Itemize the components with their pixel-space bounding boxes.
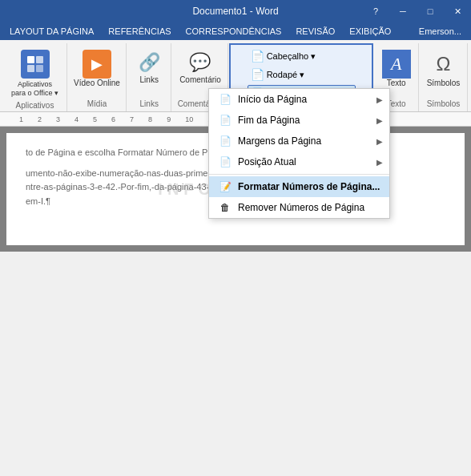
ribbon-group-links: 🔗 Links Links: [127, 43, 171, 111]
rodape-icon: 📄: [251, 68, 264, 81]
close-button[interactable]: ✕: [444, 0, 471, 22]
inicio-arrow: ▶: [376, 95, 383, 104]
dropdown-inicio-pagina[interactable]: 📄 Início da Página ▶: [209, 89, 389, 110]
margens-arrow: ▶: [376, 137, 383, 146]
aplicativos-group-label: Aplicativos: [16, 101, 54, 111]
menu-revisao[interactable]: REVISÃO: [289, 25, 341, 38]
fim-arrow: ▶: [376, 116, 383, 125]
ribbon: Aplicativos para o Office ▾ Aplicativos …: [0, 40, 471, 112]
menu-correspondencias[interactable]: CORRESPONDÊNCIAS: [179, 25, 288, 38]
links-group-label: Links: [140, 99, 159, 110]
dropdown-separator: [209, 174, 389, 175]
menu-bar: LAYOUT DA PÁGINA REFERÊNCIAS CORRESPONDÊ…: [0, 22, 471, 40]
aplicativos-button[interactable]: Aplicativos para o Office ▾: [6, 46, 63, 101]
dropdown-fim-pagina[interactable]: 📄 Fim da Página ▶: [209, 110, 389, 131]
video-online-button[interactable]: ▶ Vídeo Online: [69, 46, 125, 91]
comment-icon: 💬: [187, 50, 213, 75]
rodape-label: Rodapé ▾: [267, 70, 305, 80]
texto-label: Texto: [387, 79, 406, 87]
inicio-icon: 📄: [219, 93, 231, 106]
window-controls: ? ─ □ ✕: [362, 0, 471, 22]
ribbon-group-aplicativos: Aplicativos para o Office ▾ Aplicativos: [3, 43, 67, 111]
video-icon: ▶: [83, 50, 111, 79]
menu-exibicao[interactable]: EXIBIÇÃO: [343, 25, 397, 38]
posicao-icon: 📄: [219, 155, 231, 168]
menu-referencias[interactable]: REFERÊNCIAS: [102, 25, 177, 38]
cabecalho-icon: 📄: [251, 50, 264, 63]
user-menu[interactable]: Emerson...: [413, 25, 468, 38]
simbolos-button[interactable]: Ω Símbolos: [422, 46, 465, 91]
posicao-arrow: ▶: [376, 158, 383, 167]
minimize-button[interactable]: ─: [389, 0, 417, 22]
svg-rect-3: [36, 65, 43, 72]
margens-icon: 📄: [219, 135, 231, 147]
cabecalho-button[interactable]: 📄 Cabeçalho ▾: [248, 48, 356, 64]
video-label: Vídeo Online: [74, 79, 120, 87]
simbolos-group-label: Símbolos: [427, 99, 461, 110]
aplicativos-label: Aplicativos para o Office ▾: [11, 80, 58, 98]
formatar-label: Formatar Números de Página...: [238, 181, 380, 192]
dropdown-posicao-atual[interactable]: 📄 Posição Atual ▶: [209, 151, 389, 172]
remover-label: Remover Números de Página: [238, 202, 364, 213]
links-label: Links: [140, 75, 159, 84]
cabecalho-label: Cabeçalho ▾: [267, 51, 316, 62]
link-icon: 🔗: [136, 50, 162, 75]
dropdown-remover-numeros[interactable]: 🗑 Remover Números de Página: [209, 197, 389, 218]
omega-icon: Ω: [429, 50, 457, 79]
svg-rect-1: [36, 56, 43, 63]
maximize-button[interactable]: □: [417, 0, 444, 22]
svg-rect-2: [27, 65, 34, 72]
inicio-label: Início da Página: [238, 94, 307, 105]
numero-pagina-dropdown: 📄 Início da Página ▶ 📄 Fim da Página ▶ 📄…: [208, 88, 390, 219]
svg-rect-0: [27, 56, 34, 63]
midia-group-label: Mídia: [87, 99, 107, 110]
comentario-button[interactable]: 💬 Comentário: [175, 46, 226, 87]
formatar-icon: 📝: [219, 180, 231, 193]
dropdown-formatar-numeros[interactable]: 📝 Formatar Números de Página...: [209, 176, 389, 197]
fim-label: Fim da Página: [238, 115, 300, 126]
apps-icon: [21, 50, 50, 79]
ribbon-group-midia: ▶ Vídeo Online Mídia: [68, 43, 127, 111]
posicao-label: Posição Atual: [238, 156, 296, 167]
dropdown-margens-pagina[interactable]: 📄 Margens da Página ▶: [209, 131, 389, 151]
fim-icon: 📄: [219, 114, 231, 127]
links-button[interactable]: 🔗 Links: [130, 46, 168, 87]
menu-layout[interactable]: LAYOUT DA PÁGINA: [3, 25, 100, 38]
rodape-button[interactable]: 📄 Rodapé ▾: [248, 67, 356, 83]
ribbon-group-simbolos: Ω Símbolos Símbolos: [420, 43, 468, 111]
simbolos-label: Símbolos: [427, 79, 461, 87]
title-bar: Documento1 - Word ? ─ □ ✕: [0, 0, 471, 22]
help-button[interactable]: ?: [362, 0, 389, 22]
remover-icon: 🗑: [219, 201, 231, 214]
margens-label: Margens da Página: [238, 135, 321, 147]
texto-button[interactable]: A Texto: [377, 46, 416, 91]
comentario-label: Comentário: [179, 75, 221, 84]
text-icon: A: [382, 50, 411, 79]
